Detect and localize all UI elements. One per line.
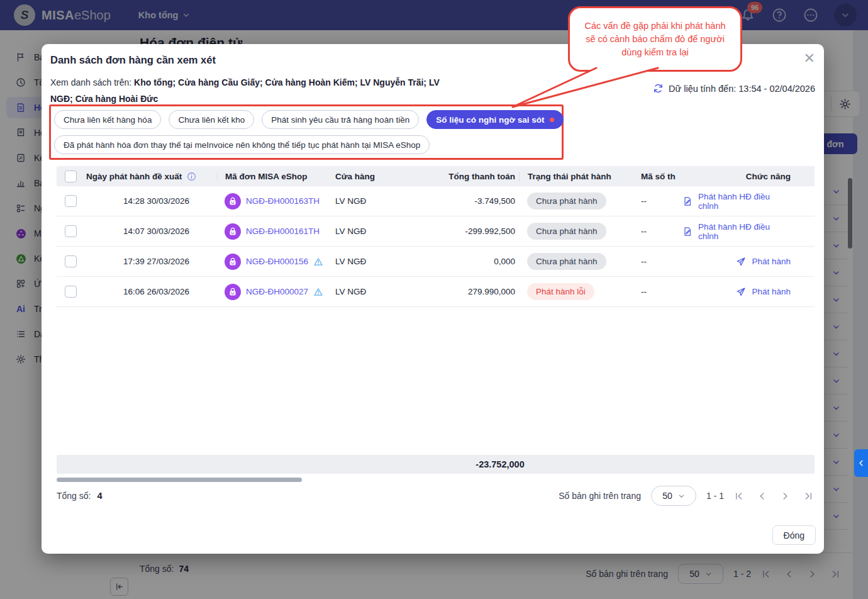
modal-title: Danh sách đơn hàng cần xem xét <box>50 54 216 66</box>
modal-subtitle: Xem danh sách trên: Kho tổng; Cửa hàng C… <box>50 74 459 107</box>
row-checkbox[interactable] <box>65 225 77 237</box>
modal-footer: Tổng số:4 Số bản ghi trên trang 50 1 - 1 <box>57 484 815 507</box>
table-row: 17:39 27/03/2026NGĐ-ĐH000156LV NGĐ0,000C… <box>57 247 815 277</box>
red-dot-indicator <box>550 118 554 122</box>
page-first-icon[interactable] <box>734 491 743 501</box>
app-screen: S MISAeShop Kho tổng 96 BáTổHóHóKêBáNgMK… <box>0 0 868 599</box>
order-bag-icon <box>225 284 241 300</box>
range-label: 1 - 1 <box>706 491 724 501</box>
side-panel-expand-tab[interactable] <box>854 449 868 477</box>
chevron-down-icon <box>678 493 685 500</box>
store-name: LV NGĐ <box>330 257 431 266</box>
filter-chip-3[interactable]: Phát sinh yêu cầu trả hàng hoàn tiền <box>262 110 419 129</box>
store-name: LV NGĐ <box>330 227 431 236</box>
tax-code: -- <box>632 196 682 206</box>
tax-code: -- <box>632 287 682 296</box>
tax-code: -- <box>632 227 682 236</box>
data-asof: Dữ liệu tính đến: 13:54 - 02/04/2026 <box>653 83 815 94</box>
filter-chip-4[interactable]: Số liệu có nghi ngờ sai sót <box>426 110 563 129</box>
order-code-link[interactable]: NGĐ-ĐH000027 <box>246 287 308 296</box>
order-code-link[interactable]: NGĐ-ĐH000161TH <box>246 227 320 236</box>
filter-chip-5[interactable]: Đã phát hành hóa đơn thay thế tại meInvo… <box>54 135 430 154</box>
orders-review-modal: Danh sách đơn hàng cần xem xét ✕ Xem dan… <box>42 44 824 554</box>
page-prev-icon[interactable] <box>757 491 767 501</box>
total-amount: -3.749,500 <box>431 196 519 206</box>
column-header: Mã đơn MISA eShop <box>217 172 330 181</box>
close-button[interactable]: Đóng <box>772 525 816 545</box>
tax-code: -- <box>632 257 682 266</box>
filter-chips-row1: Chưa liên kết hàng hóaChưa liên kết khoP… <box>54 110 564 129</box>
close-icon[interactable]: ✕ <box>804 52 815 65</box>
filter-chip-2[interactable]: Chưa liên kết kho <box>169 110 254 129</box>
column-header: Tổng thanh toán <box>431 172 519 181</box>
column-header: Trạng thái phát hành <box>519 172 632 181</box>
send-icon <box>736 257 746 267</box>
status-badge: Chưa phát hành <box>527 223 606 240</box>
order-code-link[interactable]: NGĐ-ĐH000163TH <box>246 196 320 206</box>
issue-date: 14:07 30/03/2026 <box>85 227 217 236</box>
column-header: Cửa hàng <box>330 172 431 181</box>
order-bag-icon <box>225 223 241 240</box>
info-icon[interactable] <box>187 172 196 181</box>
table-row: 14:07 30/03/2026NGĐ-ĐH000161THLV NGĐ-299… <box>57 216 815 247</box>
horizontal-scrollbar[interactable] <box>57 478 302 482</box>
per-page-label: Số bản ghi trên trang <box>559 491 641 501</box>
store-name: LV NGĐ <box>330 196 431 206</box>
action-link[interactable]: Phát hành HĐ điều chỉnh <box>698 222 791 241</box>
table-row: 14:28 30/03/2026NGĐ-ĐH000163THLV NGĐ-3.7… <box>57 186 815 216</box>
adjust-invoice-icon <box>682 196 693 206</box>
total-amount: 0,000 <box>431 257 519 266</box>
table-row: 16:06 26/03/2026NGĐ-ĐH000027LV NGĐ279.99… <box>57 277 815 307</box>
page-last-icon[interactable] <box>804 491 813 501</box>
column-header: Mã số th <box>632 172 682 181</box>
status-badge: Phát hành lỗi <box>527 283 594 300</box>
refresh-icon[interactable] <box>653 83 664 94</box>
orders-table: Ngày phát hành đề xuấtMã đơn MISA eShopC… <box>57 166 815 307</box>
action-link[interactable]: Phát hành HĐ điều chỉnh <box>698 192 791 211</box>
warning-triangle-icon <box>313 287 323 297</box>
summary-total: -23.752,000 <box>415 455 585 474</box>
action-link[interactable]: Phát hành <box>752 287 791 296</box>
row-checkbox[interactable] <box>65 195 77 207</box>
order-bag-icon <box>225 254 241 270</box>
adjust-invoice-icon <box>682 227 693 237</box>
per-page-select[interactable]: 50 <box>651 486 696 506</box>
status-badge: Chưa phát hành <box>527 193 606 210</box>
column-header: Chức năng <box>682 172 815 181</box>
row-checkbox[interactable] <box>65 286 77 298</box>
total-amount: 279.990,000 <box>431 287 519 296</box>
page-next-icon[interactable] <box>781 491 790 501</box>
send-icon <box>736 287 746 297</box>
summary-band: -23.752,000 <box>57 455 815 474</box>
order-code-link[interactable]: NGĐ-ĐH000156 <box>246 257 308 266</box>
total-label: Tổng số: <box>57 491 91 501</box>
filter-chips-row2: Đã phát hành hóa đơn thay thế tại meInvo… <box>54 135 430 154</box>
issue-date: 14:28 30/03/2026 <box>85 196 217 206</box>
issue-date: 16:06 26/03/2026 <box>85 287 217 296</box>
warning-triangle-icon <box>313 257 323 267</box>
action-link[interactable]: Phát hành <box>752 257 791 266</box>
table-header-row: Ngày phát hành đề xuấtMã đơn MISA eShopC… <box>57 166 815 186</box>
issue-date: 17:39 27/03/2026 <box>85 257 217 266</box>
total-amount: -299.992,500 <box>431 227 519 236</box>
callout-text: Các vấn đề gặp phải khi phát hành sẽ có … <box>580 20 730 59</box>
total-value: 4 <box>97 491 102 501</box>
store-name: LV NGĐ <box>330 287 431 296</box>
annotation-callout: Các vấn đề gặp phải khi phát hành sẽ có … <box>568 6 742 72</box>
row-checkbox[interactable] <box>65 255 77 267</box>
order-bag-icon <box>225 193 241 210</box>
pager <box>734 491 813 501</box>
select-all-checkbox[interactable] <box>65 171 77 182</box>
filter-chip-1[interactable]: Chưa liên kết hàng hóa <box>54 110 161 129</box>
chevron-left-icon <box>857 459 865 467</box>
column-header: Ngày phát hành đề xuất <box>85 172 217 181</box>
status-badge: Chưa phát hành <box>527 253 606 270</box>
